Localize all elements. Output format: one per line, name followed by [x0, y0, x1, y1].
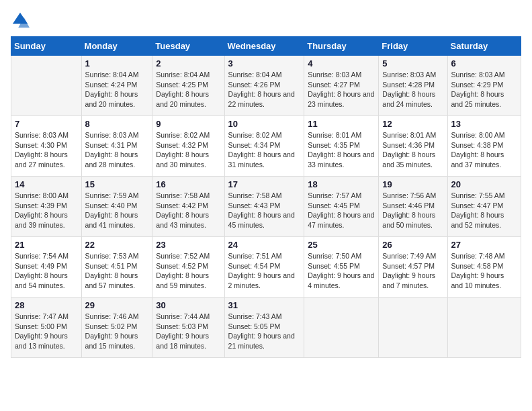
- calendar-cell: 31Sunrise: 7:43 AMSunset: 5:05 PMDayligh…: [224, 298, 304, 358]
- calendar-cell: 18Sunrise: 7:57 AMSunset: 4:45 PMDayligh…: [304, 177, 379, 237]
- calendar-cell: 6Sunrise: 8:03 AMSunset: 4:29 PMDaylight…: [447, 56, 521, 116]
- calendar-cell: 12Sunrise: 8:01 AMSunset: 4:36 PMDayligh…: [379, 116, 447, 177]
- day-info: Sunrise: 7:49 AMSunset: 4:57 PMDaylight:…: [382, 251, 443, 291]
- day-number: 22: [85, 240, 149, 250]
- day-info: Sunrise: 7:59 AMSunset: 4:40 PMDaylight:…: [85, 191, 149, 230]
- day-number: 16: [156, 179, 220, 189]
- calendar-header: SundayMondayTuesdayWednesdayThursdayFrid…: [11, 37, 521, 56]
- day-info: Sunrise: 7:46 AMSunset: 5:02 PMDaylight:…: [85, 312, 149, 351]
- day-number: 1: [85, 58, 149, 68]
- weekday-header-saturday: Saturday: [447, 37, 521, 56]
- day-number: 3: [228, 58, 301, 68]
- day-number: 9: [156, 119, 220, 129]
- day-info: Sunrise: 8:04 AMSunset: 4:24 PMDaylight:…: [85, 70, 149, 109]
- day-number: 13: [451, 119, 517, 129]
- calendar-week-row: 21Sunrise: 7:54 AMSunset: 4:49 PMDayligh…: [11, 237, 521, 298]
- calendar-cell: 29Sunrise: 7:46 AMSunset: 5:02 PMDayligh…: [81, 298, 152, 358]
- day-number: 18: [308, 179, 375, 189]
- day-number: 4: [308, 58, 375, 68]
- calendar-cell: 25Sunrise: 7:50 AMSunset: 4:55 PMDayligh…: [304, 237, 379, 298]
- day-info: Sunrise: 8:01 AMSunset: 4:36 PMDaylight:…: [382, 130, 443, 170]
- weekday-header-thursday: Thursday: [304, 37, 379, 56]
- day-info: Sunrise: 7:53 AMSunset: 4:51 PMDaylight:…: [85, 251, 149, 291]
- day-info: Sunrise: 8:00 AMSunset: 4:38 PMDaylight:…: [451, 130, 517, 170]
- day-info: Sunrise: 8:00 AMSunset: 4:39 PMDaylight:…: [15, 191, 78, 230]
- day-info: Sunrise: 8:01 AMSunset: 4:35 PMDaylight:…: [308, 130, 375, 170]
- weekday-header-row: SundayMondayTuesdayWednesdayThursdayFrid…: [11, 37, 521, 56]
- calendar-cell: 5Sunrise: 8:03 AMSunset: 4:28 PMDaylight…: [379, 56, 447, 116]
- calendar-body: 1Sunrise: 8:04 AMSunset: 4:24 PMDaylight…: [11, 56, 521, 358]
- day-info: Sunrise: 7:48 AMSunset: 4:58 PMDaylight:…: [451, 251, 517, 291]
- calendar-week-row: 28Sunrise: 7:47 AMSunset: 5:00 PMDayligh…: [11, 298, 521, 358]
- day-number: 8: [85, 119, 149, 129]
- day-number: 10: [228, 119, 301, 129]
- calendar-cell: 14Sunrise: 8:00 AMSunset: 4:39 PMDayligh…: [11, 177, 82, 237]
- day-number: 14: [15, 179, 78, 189]
- day-info: Sunrise: 7:43 AMSunset: 5:05 PMDaylight:…: [228, 312, 301, 351]
- day-info: Sunrise: 7:58 AMSunset: 4:42 PMDaylight:…: [156, 191, 220, 230]
- day-number: 24: [228, 240, 301, 250]
- weekday-header-tuesday: Tuesday: [152, 37, 224, 56]
- day-info: Sunrise: 7:55 AMSunset: 4:47 PMDaylight:…: [451, 191, 517, 230]
- calendar-table: SundayMondayTuesdayWednesdayThursdayFrid…: [11, 36, 521, 358]
- calendar-cell: 17Sunrise: 7:58 AMSunset: 4:43 PMDayligh…: [224, 177, 304, 237]
- day-number: 11: [308, 119, 375, 129]
- calendar-cell: [11, 56, 82, 116]
- day-info: Sunrise: 8:03 AMSunset: 4:31 PMDaylight:…: [85, 130, 149, 170]
- calendar-cell: 2Sunrise: 8:04 AMSunset: 4:25 PMDaylight…: [152, 56, 224, 116]
- day-number: 5: [382, 58, 443, 68]
- calendar-week-row: 1Sunrise: 8:04 AMSunset: 4:24 PMDaylight…: [11, 56, 521, 116]
- calendar-cell: 8Sunrise: 8:03 AMSunset: 4:31 PMDaylight…: [81, 116, 152, 177]
- day-info: Sunrise: 8:03 AMSunset: 4:30 PMDaylight:…: [15, 130, 78, 170]
- day-number: 31: [228, 300, 301, 310]
- day-number: 15: [85, 179, 149, 189]
- weekday-header-sunday: Sunday: [11, 37, 82, 56]
- calendar-cell: 10Sunrise: 8:02 AMSunset: 4:34 PMDayligh…: [224, 116, 304, 177]
- calendar-cell: 27Sunrise: 7:48 AMSunset: 4:58 PMDayligh…: [447, 237, 521, 298]
- day-info: Sunrise: 7:56 AMSunset: 4:46 PMDaylight:…: [382, 191, 443, 230]
- calendar-cell: 24Sunrise: 7:51 AMSunset: 4:54 PMDayligh…: [224, 237, 304, 298]
- day-number: 6: [451, 58, 517, 68]
- day-number: 17: [228, 179, 301, 189]
- day-number: 29: [85, 300, 149, 310]
- day-info: Sunrise: 7:58 AMSunset: 4:43 PMDaylight:…: [228, 191, 301, 230]
- day-number: 26: [382, 240, 443, 250]
- calendar-cell: 4Sunrise: 8:03 AMSunset: 4:27 PMDaylight…: [304, 56, 379, 116]
- day-info: Sunrise: 7:51 AMSunset: 4:54 PMDaylight:…: [228, 251, 301, 291]
- logo: [11, 11, 32, 30]
- calendar-cell: 15Sunrise: 7:59 AMSunset: 4:40 PMDayligh…: [81, 177, 152, 237]
- day-info: Sunrise: 8:03 AMSunset: 4:28 PMDaylight:…: [382, 70, 443, 109]
- day-info: Sunrise: 7:52 AMSunset: 4:52 PMDaylight:…: [156, 251, 220, 291]
- calendar-cell: 20Sunrise: 7:55 AMSunset: 4:47 PMDayligh…: [447, 177, 521, 237]
- day-info: Sunrise: 8:02 AMSunset: 4:32 PMDaylight:…: [156, 130, 220, 170]
- day-info: Sunrise: 8:02 AMSunset: 4:34 PMDaylight:…: [228, 130, 301, 170]
- calendar-cell: 21Sunrise: 7:54 AMSunset: 4:49 PMDayligh…: [11, 237, 82, 298]
- calendar-week-row: 7Sunrise: 8:03 AMSunset: 4:30 PMDaylight…: [11, 116, 521, 177]
- calendar-cell: 22Sunrise: 7:53 AMSunset: 4:51 PMDayligh…: [81, 237, 152, 298]
- calendar-cell: 23Sunrise: 7:52 AMSunset: 4:52 PMDayligh…: [152, 237, 224, 298]
- day-number: 7: [15, 119, 78, 129]
- weekday-header-monday: Monday: [81, 37, 152, 56]
- day-number: 28: [15, 300, 78, 310]
- weekday-header-friday: Friday: [379, 37, 447, 56]
- day-number: 20: [451, 179, 517, 189]
- day-info: Sunrise: 7:57 AMSunset: 4:45 PMDaylight:…: [308, 191, 375, 230]
- calendar-cell: 7Sunrise: 8:03 AMSunset: 4:30 PMDaylight…: [11, 116, 82, 177]
- calendar-cell: 9Sunrise: 8:02 AMSunset: 4:32 PMDaylight…: [152, 116, 224, 177]
- calendar-cell: [379, 298, 447, 358]
- calendar-cell: 16Sunrise: 7:58 AMSunset: 4:42 PMDayligh…: [152, 177, 224, 237]
- day-info: Sunrise: 7:47 AMSunset: 5:00 PMDaylight:…: [15, 312, 78, 351]
- day-number: 30: [156, 300, 220, 310]
- day-number: 23: [156, 240, 220, 250]
- calendar-cell: 26Sunrise: 7:49 AMSunset: 4:57 PMDayligh…: [379, 237, 447, 298]
- day-info: Sunrise: 8:03 AMSunset: 4:29 PMDaylight:…: [451, 70, 517, 109]
- calendar-cell: 1Sunrise: 8:04 AMSunset: 4:24 PMDaylight…: [81, 56, 152, 116]
- day-number: 2: [156, 58, 220, 68]
- calendar-week-row: 14Sunrise: 8:00 AMSunset: 4:39 PMDayligh…: [11, 177, 521, 237]
- day-info: Sunrise: 7:50 AMSunset: 4:55 PMDaylight:…: [308, 251, 375, 291]
- calendar-cell: [447, 298, 521, 358]
- calendar-cell: 11Sunrise: 8:01 AMSunset: 4:35 PMDayligh…: [304, 116, 379, 177]
- logo-icon: [11, 11, 30, 30]
- day-info: Sunrise: 8:04 AMSunset: 4:25 PMDaylight:…: [156, 70, 220, 109]
- page-header: [11, 11, 521, 30]
